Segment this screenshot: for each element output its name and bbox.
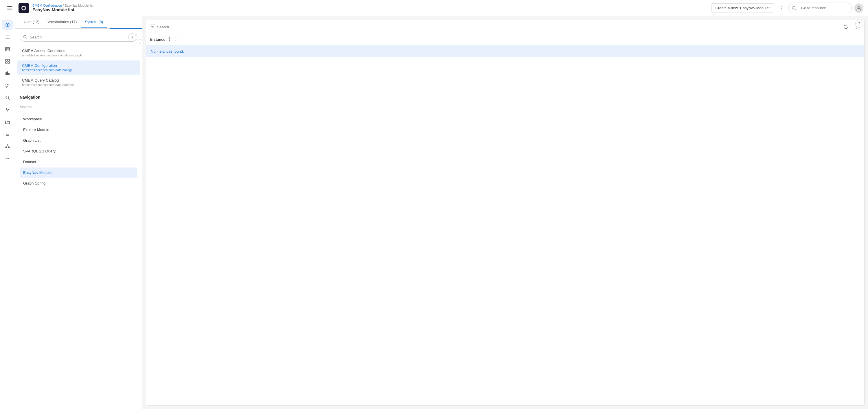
svg-point-25 [6,86,7,87]
svg-line-36 [6,146,7,147]
list-item-subtitle: https://ns.eccenca.com/data/config/ [22,68,135,72]
sidebar-item-layers[interactable] [2,129,13,139]
svg-line-6 [795,9,796,10]
main-layout: ‹ User (12) Vocabularies (17) System (8) [0,16,868,409]
nav-item-dataset[interactable]: Dataset [20,157,137,167]
hamburger-menu-button[interactable] [5,3,15,13]
nav-item-sparql-query[interactable]: SPARQL 1.1 Query [20,146,137,156]
svg-line-29 [8,99,9,100]
sidebar-item-graph[interactable] [2,141,13,152]
global-search-box [788,3,852,13]
header-actions: Create a new "EasyNav Module" ⋮ [711,3,863,13]
svg-point-4 [22,7,25,9]
left-panel: ‹ User (12) Vocabularies (17) System (8) [15,16,142,409]
list-item[interactable]: CMEM Configuration https://ns.eccenca.co… [18,60,140,75]
add-item-button[interactable]: + [128,33,136,41]
nav-item-workspace[interactable]: Workspace [20,114,137,124]
right-panel-inner: Instance [146,20,865,406]
navigation-title: Navigation [20,95,137,99]
list-item-title: CMEM Query Catalog [22,78,135,83]
svg-rect-23 [8,73,9,75]
svg-rect-12 [5,38,9,38]
svg-point-34 [5,147,7,148]
help-button[interactable]: ? [855,20,863,28]
svg-rect-10 [5,36,9,36]
header-more-button[interactable]: ⋮ [777,3,786,13]
list-item-subtitle: urn:elds-backend-access-conditions-graph [22,54,135,57]
breadcrumb: CMEM Configuration / EasyNav Module list… [32,4,708,12]
global-search-icon [792,6,796,10]
refresh-button[interactable] [842,23,850,31]
sidebar-icons [0,16,15,409]
nav-item-explore-module[interactable]: Explore Module [20,125,137,135]
list-items: CMEM Access Conditions urn:elds-backend-… [15,45,142,90]
svg-line-26 [7,84,9,85]
tab-user[interactable]: User (12) [20,16,43,28]
nav-item-graph-list[interactable]: Graph List [20,135,137,146]
navigation-section: Navigation Workspace Explore Module Grap… [15,90,142,409]
no-instances-text: No instances found. [151,49,184,54]
instance-header-row: Instance [146,34,864,45]
list-item[interactable]: CMEM Query Catalog https://ns.eccenca.co… [18,75,140,89]
sidebar-item-dataset[interactable] [2,44,13,54]
svg-rect-22 [7,71,8,75]
svg-rect-21 [5,72,7,75]
tab-vocabularies[interactable]: Vocabularies (17) [43,16,81,28]
svg-rect-2 [7,9,12,10]
sort-icon[interactable] [168,37,171,42]
sidebar-item-charts[interactable] [2,56,13,66]
sidebar-item-folder[interactable] [2,117,13,127]
svg-rect-19 [5,62,7,63]
svg-point-33 [7,145,8,146]
right-panel: Instance [142,16,868,409]
list-item-title: CMEM Access Conditions [22,49,135,53]
instance-column-label: Instance [150,37,165,42]
filter-icon [150,24,155,30]
right-panel-search-input[interactable] [157,25,839,29]
nav-item-easynav-module[interactable]: EasyNav Module [20,167,137,178]
avatar[interactable] [854,3,863,13]
sidebar-item-search[interactable] [2,93,13,103]
svg-point-45 [856,28,857,29]
page-title: EasyNav Module list [32,7,708,12]
list-item-title: CMEM Configuration [22,63,135,68]
svg-rect-1 [7,8,12,8]
collapse-panel-button[interactable]: ‹ [136,39,142,46]
filter-column-icon[interactable] [174,37,178,42]
breadcrumb-child: EasyNav Module list [64,4,93,7]
tabs-bar: User (12) Vocabularies (17) System (8) [15,16,142,28]
svg-rect-17 [5,59,7,61]
sidebar-item-signal[interactable] [2,153,13,164]
global-search-input[interactable] [798,4,844,11]
svg-rect-11 [5,37,9,37]
app-logo [19,3,29,13]
svg-point-24 [6,84,7,85]
no-instances-row: No instances found. [146,45,864,57]
sidebar-item-home[interactable] [2,20,13,30]
svg-point-35 [8,147,9,148]
breadcrumb-parent-link[interactable]: CMEM Configuration [32,4,62,7]
create-button[interactable]: Create a new "EasyNav Module" [711,3,774,12]
svg-line-39 [26,38,27,39]
sidebar-item-scissors[interactable] [2,81,13,91]
svg-rect-0 [7,6,12,7]
list-item-subtitle: https://ns.eccenca.com/data/queries/ [22,83,135,87]
panel-search-container: + [15,29,142,45]
svg-line-27 [7,87,9,87]
app-header: CMEM Configuration / EasyNav Module list… [0,0,868,16]
right-panel-toolbar [146,20,864,34]
panel-search-icon [23,35,27,40]
svg-rect-20 [8,62,9,63]
sidebar-item-pointer[interactable] [2,105,13,115]
main-content: ‹ User (12) Vocabularies (17) System (8) [15,16,868,409]
list-item[interactable]: CMEM Access Conditions urn:elds-backend-… [18,46,140,60]
sidebar-item-list[interactable] [2,32,13,42]
svg-point-9 [7,24,8,26]
svg-line-37 [7,146,9,147]
nav-item-graph-config[interactable]: Graph Config [20,178,137,188]
sidebar-item-analytics[interactable] [2,68,13,79]
svg-rect-18 [8,59,9,61]
tab-system[interactable]: System (8) [81,16,107,28]
panel-search-input[interactable] [20,33,137,42]
navigation-search-input[interactable] [20,103,137,111]
